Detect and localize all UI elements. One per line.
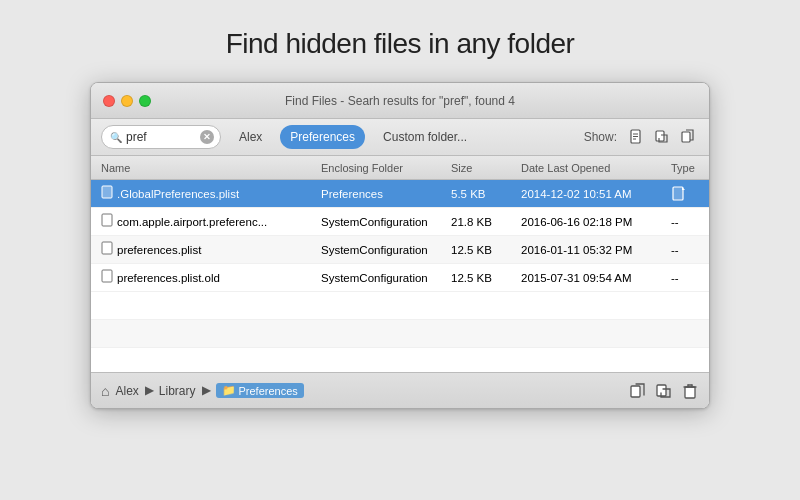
traffic-lights: [103, 95, 151, 107]
file-type-cell: --: [667, 272, 710, 284]
file-date-cell: 2014-12-02 10:51 AM: [517, 188, 667, 200]
empty-area: [91, 292, 709, 372]
app-window: Find Files - Searh results for "pref", f…: [90, 82, 710, 409]
svg-rect-9: [102, 242, 112, 254]
path-alex: Alex: [115, 384, 138, 398]
col-header-type: Type: [667, 162, 710, 174]
show-label: Show:: [584, 130, 617, 144]
file-name-cell: .GlobalPreferences.plist: [97, 185, 317, 202]
file-name-cell: com.apple.airport.preferenc...: [97, 213, 317, 230]
col-header-size: Size: [447, 162, 517, 174]
status-reveal-button[interactable]: [655, 382, 673, 400]
close-button[interactable]: [103, 95, 115, 107]
file-size-cell: 12.5 KB: [447, 244, 517, 256]
path-preferences-label: Preferences: [239, 385, 298, 397]
svg-rect-4: [656, 131, 664, 141]
file-name-cell: preferences.plist.old: [97, 269, 317, 286]
home-icon: ⌂: [101, 383, 109, 399]
file-size-cell: 12.5 KB: [447, 272, 517, 284]
file-name-cell: preferences.plist: [97, 241, 317, 258]
show-icons-group: [625, 126, 699, 148]
col-header-name: Name: [97, 162, 317, 174]
file-name: preferences.plist.old: [117, 272, 220, 284]
statusbar: ⌂ Alex ▶ Library ▶ 📁 Preferences: [91, 372, 709, 408]
file-name: com.apple.airport.preferenc...: [117, 216, 267, 228]
table-row[interactable]: .GlobalPreferences.plistPreferences5.5 K…: [91, 180, 709, 208]
file-name: .GlobalPreferences.plist: [117, 188, 239, 200]
svg-rect-7: [673, 187, 683, 200]
toolbar: 🔍 pref ✕ Alex Preferences Custom folder.…: [91, 119, 709, 156]
file-date-cell: 2015-07-31 09:54 AM: [517, 272, 667, 284]
search-input-value[interactable]: pref: [126, 130, 196, 144]
file-folder-cell: Preferences: [317, 188, 447, 200]
file-folder-cell: SystemConfiguration: [317, 272, 447, 284]
status-copy-button[interactable]: [629, 382, 647, 400]
file-icon: [101, 185, 113, 202]
empty-row-2: [91, 320, 709, 348]
columns-header: Name Enclosing Folder Size Date Last Ope…: [91, 156, 709, 180]
path-arrow-1: ▶: [145, 384, 153, 397]
search-icon: 🔍: [110, 132, 122, 143]
search-box: 🔍 pref ✕: [101, 125, 221, 149]
finder-window: Find Files - Searh results for "pref", f…: [90, 82, 710, 409]
table-row[interactable]: preferences.plist.oldSystemConfiguration…: [91, 264, 709, 292]
scope-preferences-button[interactable]: Preferences: [280, 125, 365, 149]
file-name: preferences.plist: [117, 244, 201, 256]
show-icon-file-button[interactable]: [625, 126, 647, 148]
file-size-cell: 5.5 KB: [447, 188, 517, 200]
titlebar: Find Files - Searh results for "pref", f…: [91, 83, 709, 119]
search-clear-button[interactable]: ✕: [200, 130, 214, 144]
status-delete-button[interactable]: [681, 382, 699, 400]
minimize-button[interactable]: [121, 95, 133, 107]
file-size-cell: 21.8 KB: [447, 216, 517, 228]
svg-rect-8: [102, 214, 112, 226]
col-header-date: Date Last Opened: [517, 162, 667, 174]
empty-row-1: [91, 292, 709, 320]
show-icon-reveal-button[interactable]: [651, 126, 673, 148]
file-date-cell: 2016-06-16 02:18 PM: [517, 216, 667, 228]
scope-custom-button[interactable]: Custom folder...: [373, 125, 477, 149]
scope-alex-button[interactable]: Alex: [229, 125, 272, 149]
file-list: .GlobalPreferences.plistPreferences5.5 K…: [91, 180, 709, 292]
file-folder-cell: SystemConfiguration: [317, 216, 447, 228]
file-folder-cell: SystemConfiguration: [317, 244, 447, 256]
show-icon-copy-button[interactable]: [677, 126, 699, 148]
path-arrow-2: ▶: [202, 384, 210, 397]
svg-rect-13: [685, 387, 695, 398]
status-action-icons: [629, 382, 699, 400]
file-type-cell: [667, 186, 710, 202]
file-icon: [101, 269, 113, 286]
folder-icon: 📁: [222, 384, 236, 397]
maximize-button[interactable]: [139, 95, 151, 107]
window-title: Find Files - Searh results for "pref", f…: [285, 94, 515, 108]
svg-rect-11: [631, 386, 640, 397]
col-header-folder: Enclosing Folder: [317, 162, 447, 174]
file-icon: [101, 241, 113, 258]
file-icon: [101, 213, 113, 230]
path-preferences-badge: 📁 Preferences: [216, 383, 304, 398]
path-library: Library: [159, 384, 196, 398]
svg-rect-10: [102, 270, 112, 282]
page-headline: Find hidden files in any folder: [226, 28, 575, 60]
svg-rect-5: [682, 132, 690, 142]
svg-rect-6: [102, 186, 112, 198]
file-date-cell: 2016-01-11 05:32 PM: [517, 244, 667, 256]
table-row[interactable]: preferences.plistSystemConfiguration12.5…: [91, 236, 709, 264]
file-type-cell: --: [667, 244, 710, 256]
table-row[interactable]: com.apple.airport.preferenc...SystemConf…: [91, 208, 709, 236]
file-type-cell: --: [667, 216, 710, 228]
